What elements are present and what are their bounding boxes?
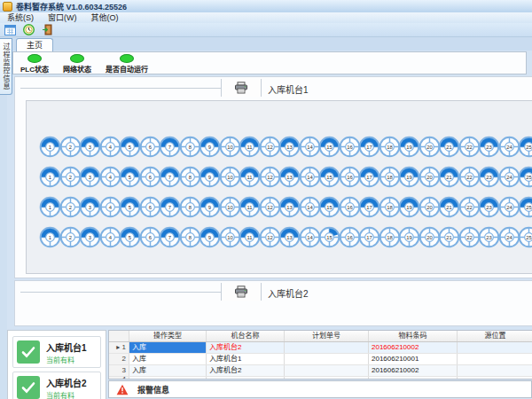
svg-text:14: 14 — [307, 205, 313, 210]
column-header-2[interactable]: 机台名称 — [207, 331, 285, 341]
svg-text:14: 14 — [307, 235, 313, 240]
table-row[interactable]: 4 — [109, 377, 532, 379]
svg-text:17: 17 — [366, 175, 372, 180]
machine1-print-button[interactable] — [221, 79, 262, 97]
station-card-2[interactable]: 入库机台2当前有料 — [12, 372, 101, 399]
divider — [20, 292, 221, 293]
cell-plan[interactable] — [285, 354, 369, 364]
printer-icon — [234, 286, 248, 298]
svg-text:10: 10 — [227, 235, 233, 240]
svg-text:20: 20 — [426, 235, 433, 240]
slot-row-3: 1234567891011121314151617181920212223242… — [38, 195, 532, 219]
svg-text:24: 24 — [506, 235, 512, 240]
card-title: 入库机台2 — [46, 376, 87, 389]
status-indicator-0: PLC状态 — [20, 52, 49, 74]
svg-text:1: 1 — [49, 205, 51, 210]
printer-icon — [234, 82, 248, 94]
svg-text:23: 23 — [486, 205, 492, 210]
card-text: 入库机台1当前有料 — [46, 340, 87, 364]
svg-text:2: 2 — [68, 175, 71, 180]
menu-item-1[interactable]: 窗口(W) — [41, 12, 84, 23]
svg-text:22: 22 — [466, 205, 473, 210]
calendar-icon[interactable] — [4, 23, 17, 36]
machine2-print-button[interactable] — [221, 283, 262, 301]
svg-text:21: 21 — [446, 235, 452, 240]
svg-text:10: 10 — [227, 205, 233, 210]
tool-bar — [0, 23, 532, 37]
column-header-rownum[interactable] — [109, 331, 129, 341]
menu-item-0[interactable]: 系统(S) — [0, 12, 41, 23]
svg-text:6: 6 — [148, 235, 151, 240]
exit-door-icon[interactable] — [41, 23, 54, 36]
svg-text:15: 15 — [326, 175, 332, 180]
table-row[interactable]: 3入库入库机台2201606210002 — [109, 365, 532, 377]
svg-text:5: 5 — [129, 145, 131, 150]
svg-text:5: 5 — [129, 235, 131, 240]
cell-machine[interactable]: 入库机台1 — [207, 354, 285, 364]
row-number-cell: 4 — [109, 377, 129, 379]
tab-home[interactable]: 主页 — [16, 38, 53, 51]
clock-icon[interactable] — [22, 23, 35, 36]
check-icon — [17, 340, 40, 364]
column-header-4[interactable]: 物料条码 — [369, 331, 458, 341]
status-indicator-2: 是否自动运行 — [106, 52, 148, 74]
cell-op[interactable]: 入库 — [129, 354, 207, 364]
cell-barcode[interactable]: 201606210002 — [369, 365, 458, 376]
cell-op[interactable]: 入库 — [129, 365, 207, 376]
svg-text:25: 25 — [526, 175, 532, 180]
app-window: 卷料暂存系统 V1.0.6034.25526 系统(S)窗口(W)其他(O) 主… — [0, 0, 532, 399]
side-tab-label: 过程监控信息 — [1, 43, 11, 90]
svg-text:7: 7 — [168, 145, 171, 150]
app-icon — [3, 2, 12, 12]
svg-text:10: 10 — [227, 145, 233, 150]
cell-machine[interactable]: 入库机台2 — [207, 365, 285, 376]
cell-machine[interactable]: 入库机台2 — [207, 342, 285, 353]
card-text: 入库机台2当前有料 — [46, 376, 87, 399]
cell-barcode[interactable]: 201606210002 — [369, 342, 458, 353]
card-status: 当前有料 — [46, 355, 87, 364]
machine1-slot-grid: 1234567891011121314151617181920212223242… — [26, 100, 532, 274]
svg-text:1: 1 — [49, 145, 51, 150]
svg-text:9: 9 — [208, 175, 211, 180]
svg-text:12: 12 — [267, 145, 273, 150]
slot-indicator-1-25: 25 — [517, 135, 532, 159]
svg-text:15: 15 — [326, 205, 332, 210]
column-header-1[interactable]: 操作类型 — [129, 331, 207, 341]
slot-indicator-4-25: 25 — [517, 225, 532, 249]
table-row[interactable]: ▸ 1入库入库机台2201606210002 — [109, 342, 532, 354]
tab-strip: 主页 — [0, 37, 532, 51]
cell-op[interactable]: 入库 — [129, 342, 207, 353]
svg-text:6: 6 — [148, 205, 151, 210]
svg-text:13: 13 — [286, 205, 293, 210]
machine1-header: 入库机台1 — [15, 77, 532, 98]
side-collapsed-tab[interactable]: 过程监控信息 — [0, 38, 12, 95]
column-header-5[interactable]: 源位置 — [458, 331, 532, 341]
card-title: 入库机台1 — [46, 340, 87, 354]
svg-text:2: 2 — [68, 235, 71, 240]
svg-text:20: 20 — [426, 175, 433, 180]
title-bar: 卷料暂存系统 V1.0.6034.25526 — [0, 0, 532, 13]
cell-src[interactable] — [458, 342, 532, 353]
cell-src[interactable] — [458, 365, 532, 376]
cell-barcode[interactable] — [369, 377, 458, 379]
svg-text:7: 7 — [168, 205, 171, 210]
cell-src[interactable] — [458, 377, 532, 379]
cell-plan[interactable] — [285, 377, 369, 379]
column-header-3[interactable]: 计划单号 — [285, 331, 369, 341]
alarm-label: 报警信息 — [137, 384, 169, 395]
station-card-1[interactable]: 入库机台1当前有料 — [12, 336, 101, 368]
svg-text:17: 17 — [366, 145, 372, 150]
cell-src[interactable] — [458, 354, 532, 364]
cell-barcode[interactable]: 201606210001 — [369, 354, 458, 364]
machine2-title: 入库机台2 — [268, 286, 309, 300]
table-row[interactable]: 2入库入库机台1201606210001 — [109, 354, 532, 365]
cell-plan[interactable] — [285, 365, 369, 376]
menu-item-2[interactable]: 其他(O) — [84, 12, 126, 23]
svg-text:23: 23 — [486, 175, 492, 180]
cell-op[interactable] — [129, 377, 207, 379]
svg-text:19: 19 — [406, 175, 412, 180]
cell-plan[interactable] — [285, 342, 369, 353]
svg-text:18: 18 — [387, 145, 393, 150]
cell-machine[interactable] — [207, 377, 285, 379]
table-header-row: 操作类型机台名称计划单号物料条码源位置 — [109, 331, 532, 342]
